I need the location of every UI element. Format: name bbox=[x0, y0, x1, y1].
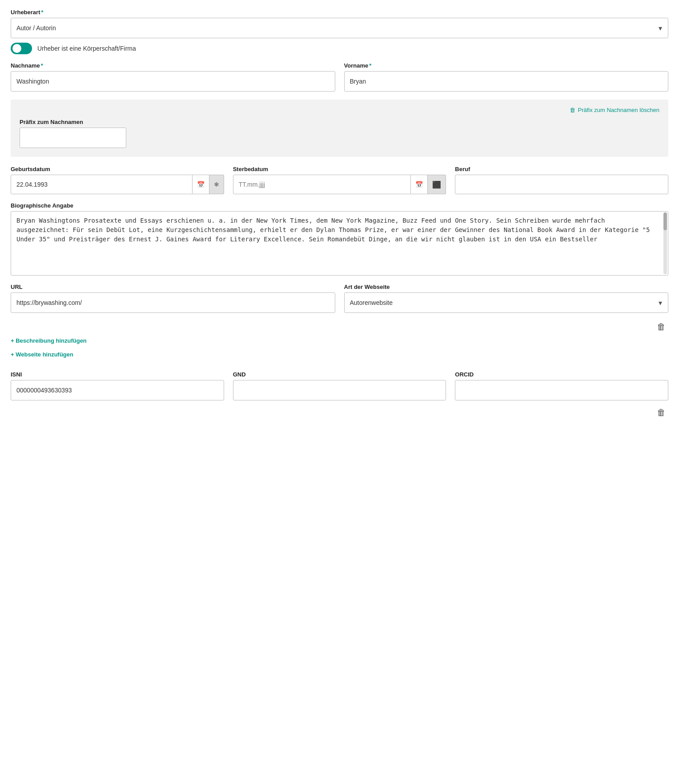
add-beschreibung-link[interactable]: + Beschreibung hinzufügen bbox=[11, 337, 87, 344]
urheberart-select-wrapper: Autor / Autorin Herausgeber / Herausgebe… bbox=[11, 18, 668, 38]
geburtsdatum-wrapper: 📅 ❄ bbox=[11, 175, 224, 194]
orcid-input[interactable] bbox=[455, 380, 668, 400]
trash-icon: 🗑 bbox=[570, 107, 575, 113]
urheberart-label: Urheberart* bbox=[11, 9, 668, 16]
sterbedatum-input[interactable] bbox=[233, 175, 411, 194]
isni-label: ISNI bbox=[11, 371, 224, 378]
orcid-field: ORCID bbox=[455, 371, 668, 400]
identifier-row: ISNI GND ORCID bbox=[11, 371, 668, 400]
art-webseite-select[interactable]: Autorenwebsite Verlagswebsite Wikipedia … bbox=[344, 292, 669, 313]
identifier-delete-row: 🗑 bbox=[11, 405, 668, 420]
url-delete-button[interactable]: 🗑 bbox=[654, 319, 668, 335]
art-webseite-select-wrapper: Autorenwebsite Verlagswebsite Wikipedia … bbox=[344, 292, 669, 313]
toggle-label: Urheber ist eine Körperschaft/Firma bbox=[37, 45, 136, 52]
biographische-section: Biographische Angabe bbox=[11, 202, 668, 276]
biographische-label: Biographische Angabe bbox=[11, 202, 668, 209]
gnd-input[interactable] bbox=[233, 380, 446, 400]
praefix-input[interactable] bbox=[20, 128, 126, 148]
url-row: URL Art der Webseite Autorenwebsite Verl… bbox=[11, 284, 668, 313]
art-webseite-label: Art der Webseite bbox=[344, 284, 669, 290]
geburtsdatum-label: Geburtsdatum bbox=[11, 166, 224, 172]
beruf-input[interactable] bbox=[455, 175, 668, 194]
sterbedatum-tombstone-icon[interactable]: ⬛ bbox=[428, 175, 446, 194]
geburtsdatum-snowflake-icon[interactable]: ❄ bbox=[209, 175, 224, 194]
toggle-row: Urheber ist eine Körperschaft/Firma bbox=[11, 43, 668, 54]
sterbedatum-calendar-icon[interactable]: 📅 bbox=[411, 175, 428, 194]
beruf-label: Beruf bbox=[455, 166, 668, 172]
name-row: Nachname* Vorname* bbox=[11, 62, 668, 92]
dates-row: Geburtsdatum 📅 ❄ Sterbedatum 📅 ⬛ Beruf bbox=[11, 166, 668, 194]
geburtsdatum-input[interactable] bbox=[11, 175, 193, 194]
add-webseite-link[interactable]: + Webseite hinzufügen bbox=[11, 351, 73, 358]
nachname-input[interactable] bbox=[11, 71, 335, 92]
vorname-label: Vorname* bbox=[344, 62, 669, 69]
vorname-input[interactable] bbox=[344, 71, 669, 92]
url-delete-row: 🗑 bbox=[11, 319, 668, 335]
vorname-field: Vorname* bbox=[344, 62, 669, 92]
gnd-label: GND bbox=[233, 371, 446, 378]
biographische-textarea[interactable] bbox=[11, 212, 668, 274]
praefix-delete-link[interactable]: 🗑 Präfix zum Nachnamen löschen bbox=[570, 107, 659, 113]
scrollbar-indicator bbox=[663, 212, 667, 274]
geburtsdatum-field: Geburtsdatum 📅 ❄ bbox=[11, 166, 224, 194]
biographische-wrapper bbox=[11, 211, 668, 276]
sterbedatum-wrapper: 📅 ⬛ bbox=[233, 175, 446, 194]
url-field: URL bbox=[11, 284, 335, 313]
praefix-label: Präfix zum Nachnamen bbox=[20, 119, 659, 125]
koerperschaft-toggle[interactable] bbox=[11, 43, 32, 54]
orcid-label: ORCID bbox=[455, 371, 668, 378]
sterbedatum-label: Sterbedatum bbox=[233, 166, 446, 172]
art-webseite-field: Art der Webseite Autorenwebsite Verlagsw… bbox=[344, 284, 669, 313]
scrollbar-thumb bbox=[663, 212, 667, 230]
praefix-header: 🗑 Präfix zum Nachnamen löschen bbox=[20, 107, 659, 113]
isni-field: ISNI bbox=[11, 371, 224, 400]
praefix-section: 🗑 Präfix zum Nachnamen löschen Präfix zu… bbox=[11, 100, 668, 157]
geburtsdatum-calendar-icon[interactable]: 📅 bbox=[193, 175, 209, 194]
nachname-label: Nachname* bbox=[11, 62, 335, 69]
url-label: URL bbox=[11, 284, 335, 290]
nachname-field: Nachname* bbox=[11, 62, 335, 92]
urheberart-select[interactable]: Autor / Autorin Herausgeber / Herausgebe… bbox=[11, 18, 668, 38]
url-input[interactable] bbox=[11, 292, 335, 313]
gnd-field: GND bbox=[233, 371, 446, 400]
identifier-delete-button[interactable]: 🗑 bbox=[654, 405, 668, 420]
urheberart-section: Urheberart* Autor / Autorin Herausgeber … bbox=[11, 9, 668, 38]
beruf-field: Beruf bbox=[455, 166, 668, 194]
sterbedatum-field: Sterbedatum 📅 ⬛ bbox=[233, 166, 446, 194]
isni-input[interactable] bbox=[11, 380, 224, 400]
